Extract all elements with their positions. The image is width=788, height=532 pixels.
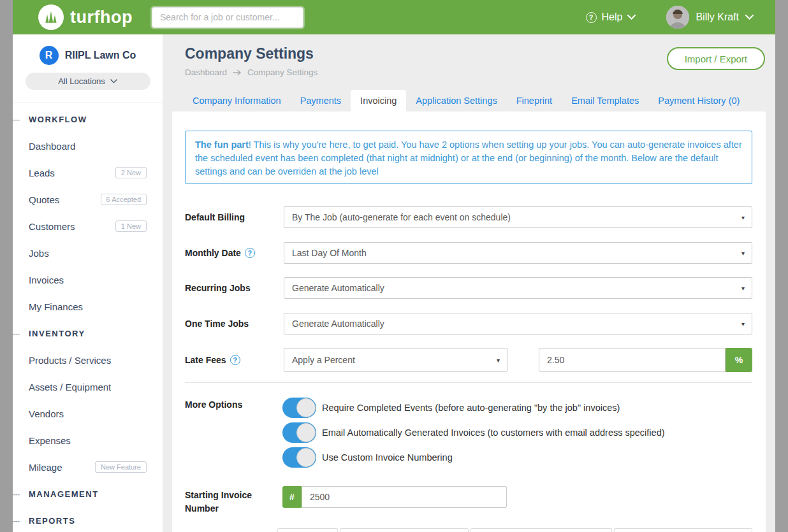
sidebar-item-vendors[interactable]: Vendors [13,400,163,427]
toggle-row-require-completed-events: Require Completed Events (before auto-ge… [282,398,620,418]
late-fee-amount-input[interactable] [539,348,726,372]
chevron-down-icon [627,15,636,20]
arrow-right-icon [233,69,242,76]
sidebar-section-workflow[interactable]: WORKFLOW [13,106,163,133]
app-window: turfhop Help [13,0,775,532]
select-arrow-icon [497,357,500,364]
sidebar-item-assets-equipment[interactable]: Assets / Equipment [13,373,163,400]
toggle-knob [296,448,316,467]
cut-off-input[interactable] [471,528,612,532]
search-input[interactable] [152,7,303,28]
sidebar-nav: WORKFLOW Dashboard Leads 2 New Quotes 6 … [13,106,163,532]
toggle-row-custom-invoice-numbering: Use Custom Invoice Numbering [282,447,453,468]
company-avatar: R [40,46,59,65]
select-arrow-icon [741,250,745,257]
one-time-jobs-select[interactable]: Generate Automatically [284,313,752,334]
hash-addon: # [282,486,302,508]
cut-off-input[interactable] [614,528,752,532]
sidebar: R RIIPL Lawn Co All Locations WORKFLOW D… [13,34,163,532]
help-menu[interactable]: Help [586,11,636,23]
default-billing-label: Default Billing [185,212,281,222]
import-export-button[interactable]: Import / Export [667,47,765,70]
percent-addon: % [726,348,752,372]
user-name: Billy Kraft [696,11,739,23]
sidebar-item-invoices[interactable]: Invoices [13,266,163,293]
tab-invoicing[interactable]: Invoicing [351,90,406,111]
tab-company-information[interactable]: Company Information [183,90,291,111]
leads-badge: 2 New [115,167,147,178]
chevron-down-icon [745,15,754,20]
cut-off-input[interactable] [277,528,338,532]
section-divider [185,382,752,383]
company-row: R RIIPL Lawn Co [13,34,163,65]
monthly-date-help-icon[interactable] [245,248,255,258]
select-arrow-icon [741,320,745,327]
late-fees-help-icon[interactable] [230,355,240,365]
all-locations-label: All Locations [58,76,105,86]
breadcrumb-current: Company Settings [247,68,317,77]
section-collapse-dashes-icon [13,115,20,123]
custom-invoice-numbering-toggle[interactable] [282,447,316,468]
sidebar-header: R RIIPL Lawn Co All Locations [13,34,163,103]
toggle-row-email-generated-invoices: Email Automatically Generated Invoices (… [282,422,665,443]
sidebar-item-dashboard[interactable]: Dashboard [13,133,163,159]
brand-logo[interactable]: turfhop [38,4,133,30]
section-collapse-dashes-icon [13,329,20,337]
recurring-jobs-select[interactable]: Generate Automatically [284,277,752,299]
tab-application-settings[interactable]: Application Settings [406,90,506,111]
settings-tabs: Company Information Payments Invoicing A… [183,90,749,111]
help-label: Help [602,11,623,23]
sidebar-section-inventory[interactable]: INVENTORY [13,320,163,347]
customers-badge: 1 New [115,220,147,232]
mileage-badge: New Feature [95,461,147,473]
default-billing-select[interactable]: By The Job (auto-generate for each event… [284,206,752,228]
breadcrumb-dashboard[interactable]: Dashboard [185,68,227,77]
one-time-jobs-label: One Time Jobs [185,319,281,329]
starting-invoice-number-label: Starting Invoice Number [185,489,281,515]
top-navbar: turfhop Help [13,0,775,34]
cut-off-input[interactable] [340,528,469,532]
breadcrumb: Dashboard Company Settings [185,68,317,77]
tab-email-templates[interactable]: Email Templates [562,90,648,111]
sidebar-item-quotes[interactable]: Quotes 6 Accepted [13,186,163,213]
require-completed-events-toggle[interactable] [282,398,316,418]
late-fees-label: Late Fees [185,355,281,365]
chevron-down-icon [110,79,117,83]
select-arrow-icon [741,285,745,292]
more-options-label: More Options [185,399,281,410]
turfhop-grass-icon [38,4,64,30]
user-menu[interactable]: Billy Kraft [666,6,754,29]
tab-payment-history[interactable]: Payment History (0) [648,90,749,111]
sidebar-section-management[interactable]: MANAGEMENT [13,480,163,507]
toggle-knob [296,398,316,417]
sidebar-item-products-services[interactable]: Products / Services [13,347,163,373]
select-arrow-icon [741,214,745,221]
all-locations-dropdown[interactable]: All Locations [26,73,150,90]
late-fees-type-select[interactable]: Apply a Percent [284,348,507,372]
sidebar-item-expenses[interactable]: Expenses [13,427,163,454]
section-collapse-dashes-icon [13,517,20,524]
quotes-badge: 6 Accepted [101,194,147,205]
help-icon [586,12,597,23]
tab-fineprint[interactable]: Fineprint [507,90,562,111]
sidebar-item-jobs[interactable]: Jobs [13,240,163,266]
page-title: Company Settings [185,45,314,62]
sidebar-item-my-finances[interactable]: My Finances [13,293,163,320]
invoicing-panel: The fun part! This is why you're here, t… [172,111,766,532]
sidebar-section-reports[interactable]: REPORTS [13,507,163,532]
email-generated-invoices-toggle[interactable] [282,422,316,443]
monthly-date-select[interactable]: Last Day Of Month [284,242,752,264]
tab-payments[interactable]: Payments [291,90,351,111]
section-collapse-dashes-icon [13,490,20,498]
recurring-jobs-label: Recurring Jobs [185,283,281,293]
company-name: RIIPL Lawn Co [65,50,136,61]
starting-invoice-number-input[interactable] [302,486,507,508]
avatar [666,6,689,29]
intro-text: ! This is why you're here, to get paid. … [195,140,742,176]
invoicing-intro-note: The fun part! This is why you're here, t… [185,131,752,184]
sidebar-item-mileage[interactable]: Mileage New Feature [13,454,163,480]
sidebar-item-customers[interactable]: Customers 1 New [13,213,163,240]
main-content: Company Settings Dashboard Company Setti… [163,34,775,532]
sidebar-item-leads[interactable]: Leads 2 New [13,159,163,186]
toggle-knob [296,423,316,442]
